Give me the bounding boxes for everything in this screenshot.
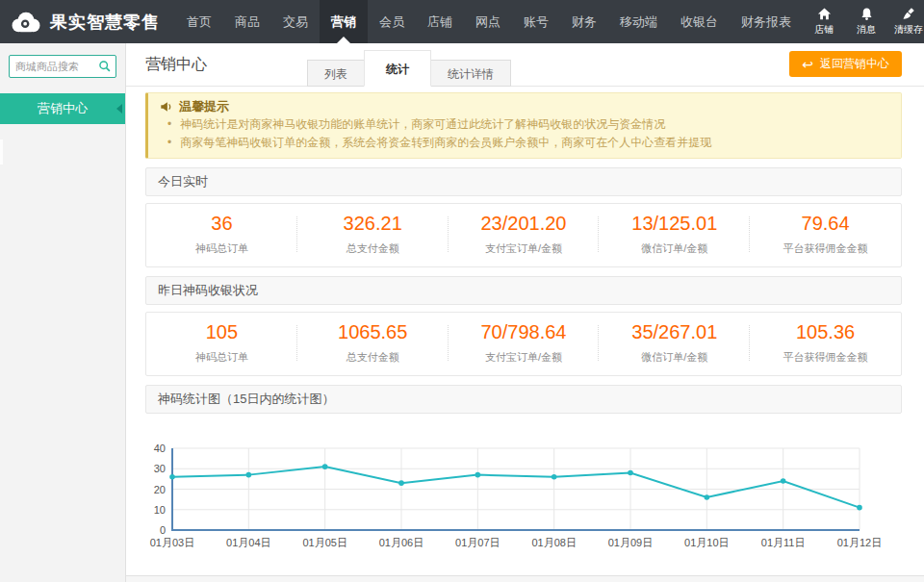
quick-clear-cache-label: 清缓存 [894, 23, 923, 37]
stat-神码总订单: 105神码总订单 [146, 321, 297, 365]
section-title: 神码统计图（15日内的统计图） [158, 392, 334, 406]
stat-label: 神码总订单 [146, 350, 297, 365]
stat-总支付金额: 326.21总支付金额 [297, 213, 449, 256]
stat-label: 平台获得佣金金额 [750, 241, 901, 256]
stat-value: 105 [146, 321, 297, 343]
section-title: 昨日神码收银状况 [158, 283, 258, 297]
section-header-chart: 神码统计图（15日内的统计图） [145, 385, 902, 414]
sidebar-item-label: 营销中心 [38, 100, 88, 117]
nav-item-首页[interactable]: 首页 [175, 0, 223, 43]
tab-statistics-detail[interactable]: 统计详情 [430, 60, 511, 87]
chart-svg: 01020304001月03日01月04日01月05日01月06日01月07日0… [145, 439, 915, 562]
nav-item-账号[interactable]: 账号 [512, 0, 560, 43]
quick-clear-cache-button[interactable]: 清缓存 [887, 7, 924, 37]
stat-label: 微信订单/金额 [599, 350, 750, 365]
broom-icon [902, 7, 916, 21]
section-header-yesterday: 昨日神码收银状况 [145, 276, 902, 305]
tab-statistics[interactable]: 统计 [364, 50, 431, 87]
tab-list[interactable]: 列表 [307, 60, 365, 87]
topbar-nav: 首页商品交易营销会员店铺网点账号财务移动端收银台财务报表 [175, 0, 803, 43]
stat-value: 1065.65 [297, 321, 449, 343]
stat-label: 神码总订单 [146, 241, 297, 256]
svg-text:01月03日: 01月03日 [150, 537, 194, 548]
nav-item-财务[interactable]: 财务 [560, 0, 608, 43]
chevron-left-icon [116, 104, 122, 114]
line-chart: 01020304001月03日01月04日01月05日01月06日01月07日0… [145, 439, 902, 566]
svg-text:01月12日: 01月12日 [837, 537, 882, 548]
quick-messages-button[interactable]: 消息 [845, 7, 887, 37]
megaphone-icon [160, 100, 173, 114]
nav-item-网点[interactable]: 网点 [464, 0, 512, 43]
stat-支付宝订单/金额: 70/798.64支付宝订单/金额 [449, 321, 600, 365]
stat-label: 支付宝订单/金额 [449, 350, 600, 365]
sidebar: 营销中心 [0, 43, 125, 582]
back-to-marketing-button[interactable]: ↩ 返回营销中心 [789, 51, 902, 77]
nav-item-会员[interactable]: 会员 [368, 0, 416, 43]
nav-item-label: 首页 [187, 13, 212, 31]
nav-item-收银台[interactable]: 收银台 [669, 0, 730, 43]
nav-item-营销[interactable]: 营销 [320, 0, 368, 43]
content-header: 营销中心 列表 统计 统计详情 ↩ 返回营销中心 [126, 43, 924, 87]
stat-label: 平台获得佣金金额 [750, 350, 901, 365]
section-header-today: 今日实时 [145, 167, 902, 196]
nav-item-移动端[interactable]: 移动端 [608, 0, 669, 43]
tips-line: 商家每笔神码收银订单的金额，系统会将资金转到商家的会员账户余额中，商家可在个人中… [160, 136, 889, 150]
svg-text:01月07日: 01月07日 [455, 537, 500, 548]
stat-支付宝订单/金额: 23/201.20支付宝订单/金额 [449, 213, 600, 256]
stat-value: 35/267.01 [599, 321, 750, 343]
svg-text:0: 0 [160, 524, 166, 536]
svg-text:01月04日: 01月04日 [226, 537, 270, 548]
topbar: 果实智慧零售 首页商品交易营销会员店铺网点账号财务移动端收银台财务报表 店铺 消… [0, 0, 924, 43]
stat-平台获得佣金金额: 79.64平台获得佣金金额 [750, 213, 901, 256]
stat-微信订单/金额: 13/125.01微信订单/金额 [599, 213, 750, 256]
stat-value: 23/201.20 [449, 213, 600, 235]
stat-value: 105.36 [750, 321, 901, 343]
section-title: 今日实时 [158, 174, 208, 189]
nav-item-交易[interactable]: 交易 [271, 0, 320, 43]
svg-text:30: 30 [154, 463, 166, 474]
nav-item-label: 会员 [379, 13, 404, 31]
nav-item-label: 交易 [283, 13, 308, 31]
svg-text:01月08日: 01月08日 [531, 537, 576, 548]
svg-text:40: 40 [154, 443, 166, 454]
nav-item-label: 网点 [475, 13, 500, 31]
cloud-logo-icon [10, 11, 42, 34]
nav-item-label: 账号 [524, 13, 549, 31]
stat-总支付金额: 1065.65总支付金额 [297, 321, 449, 365]
nav-item-商品[interactable]: 商品 [223, 0, 271, 43]
active-nav-notch [337, 37, 350, 43]
main-content: 营销中心 列表 统计 统计详情 ↩ 返回营销中心 温馨提示 [125, 43, 924, 582]
nav-item-label: 店铺 [427, 13, 452, 31]
stat-label: 支付宝订单/金额 [449, 241, 600, 256]
quick-shop-button[interactable]: 店铺 [803, 7, 845, 37]
content-body: 温馨提示 神码统计是对商家神马收银功能的账单统计，商家可通过此统计了解神码收银的… [126, 92, 924, 566]
tips-title: 温馨提示 [179, 99, 229, 114]
tips-line: 神码统计是对商家神马收银功能的账单统计，商家可通过此统计了解神码收银的状况与资金… [160, 117, 889, 132]
nav-item-label: 营销 [331, 13, 356, 31]
svg-text:01月06日: 01月06日 [379, 537, 424, 548]
back-button-label: 返回营销中心 [820, 56, 889, 72]
stat-value: 70/798.64 [449, 321, 600, 343]
brand[interactable]: 果实智慧零售 [0, 0, 175, 43]
sidebar-item-marketing-center[interactable]: 营销中心 [0, 93, 125, 124]
nav-item-label: 财务 [572, 13, 597, 31]
stat-value: 13/125.01 [599, 213, 750, 235]
today-stats-card: 36神码总订单326.21总支付金额23/201.20支付宝订单/金额13/12… [145, 203, 902, 267]
stat-平台获得佣金金额: 105.36平台获得佣金金额 [750, 321, 901, 365]
quick-shop-label: 店铺 [814, 23, 834, 37]
yesterday-stats-card: 105神码总订单1065.65总支付金额70/798.64支付宝订单/金额35/… [145, 312, 902, 376]
nav-item-店铺[interactable]: 店铺 [416, 0, 464, 43]
tips-title-row: 温馨提示 [160, 99, 889, 114]
footer-strip [126, 575, 924, 582]
stat-神码总订单: 36神码总订单 [146, 213, 297, 256]
back-arrow-icon: ↩ [802, 58, 813, 71]
topbar-quick: 店铺 消息 清缓存 [803, 0, 924, 43]
nav-item-财务报表[interactable]: 财务报表 [730, 0, 803, 43]
nav-item-label: 财务报表 [741, 13, 791, 31]
sidebar-collapse-handle[interactable] [0, 139, 3, 164]
nav-item-label: 移动端 [620, 13, 657, 31]
stat-微信订单/金额: 35/267.01微信订单/金额 [599, 321, 750, 365]
svg-text:01月09日: 01月09日 [608, 537, 653, 548]
page-title: 营销中心 [145, 55, 207, 75]
search-icon[interactable] [98, 60, 112, 73]
